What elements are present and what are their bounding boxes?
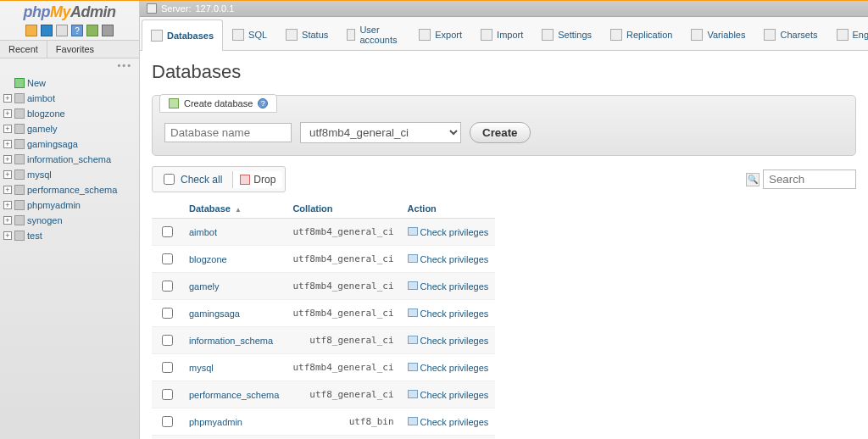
tree-db-item[interactable]: +synogen: [3, 213, 139, 228]
header-database[interactable]: Database ▲: [182, 199, 286, 219]
check-privileges-link[interactable]: Check privileges: [420, 336, 489, 346]
database-icon: [14, 154, 25, 164]
check-privileges-link[interactable]: Check privileges: [420, 227, 489, 237]
settings-icon[interactable]: [102, 25, 114, 36]
row-db-name[interactable]: mysql: [182, 354, 286, 381]
expand-icon[interactable]: +: [3, 201, 12, 209]
row-db-name[interactable]: information_schema: [182, 327, 286, 354]
tab-label: SQL: [248, 30, 267, 40]
tree-db-item[interactable]: +mysql: [3, 167, 139, 182]
header-collation[interactable]: Collation: [286, 199, 400, 219]
database-icon: [14, 215, 25, 225]
check-all-checkbox[interactable]: [164, 174, 175, 185]
check-privileges-link[interactable]: Check privileges: [420, 417, 489, 427]
tab-export[interactable]: Export: [409, 19, 471, 50]
check-all-group: Check all Drop: [152, 166, 286, 192]
db-icon: [151, 30, 163, 42]
home-icon[interactable]: [25, 25, 37, 36]
check-all-label[interactable]: Check all: [155, 169, 227, 190]
tree-new-db[interactable]: New: [3, 75, 139, 91]
row-db-name[interactable]: gamingsaga: [182, 300, 286, 327]
expand-icon[interactable]: +: [3, 216, 12, 225]
expand-icon[interactable]: +: [3, 109, 12, 118]
tree-db-item[interactable]: +aimbot: [3, 91, 139, 106]
tree-db-item[interactable]: +phpmyadmin: [3, 197, 139, 213]
row-checkbox[interactable]: [162, 281, 173, 292]
pma-logo[interactable]: php My Admin: [0, 0, 139, 21]
check-privileges-link[interactable]: Check privileges: [420, 390, 489, 400]
logout-icon[interactable]: [41, 25, 53, 36]
tab-status[interactable]: Status: [276, 19, 337, 50]
search-input[interactable]: [763, 169, 856, 189]
row-checkbox[interactable]: [162, 389, 173, 400]
tree-db-label: performance_schema: [27, 184, 117, 196]
tree-db-item[interactable]: +blogzone: [3, 106, 139, 121]
top-accent-bar: [0, 0, 868, 1]
tree-db-item[interactable]: +gamingsaga: [3, 136, 139, 152]
reload-icon[interactable]: [86, 25, 98, 36]
row-db-name[interactable]: synogen: [182, 436, 286, 440]
tab-replication[interactable]: Replication: [601, 19, 682, 50]
expand-icon[interactable]: +: [3, 170, 12, 179]
tree-db-item[interactable]: +test: [3, 228, 139, 243]
server-breadcrumb[interactable]: Server: 127.0.0.1: [140, 0, 868, 17]
tree-db-label: synogen: [27, 214, 63, 226]
new-db-icon: [14, 78, 25, 88]
expand-icon[interactable]: +: [3, 186, 12, 194]
check-privileges-link[interactable]: Check privileges: [420, 363, 489, 373]
check-privileges-link[interactable]: Check privileges: [420, 254, 489, 264]
expand-icon[interactable]: +: [3, 140, 12, 148]
tab-charsets[interactable]: Charsets: [754, 19, 826, 50]
database-name-input[interactable]: [164, 123, 292, 142]
table-row: gamelyutf8mb4_general_ciCheck privileges: [152, 273, 495, 300]
tab-import[interactable]: Import: [471, 19, 532, 50]
tree-db-label: aimbot: [27, 92, 55, 104]
collation-select[interactable]: utf8mb4_general_ci: [300, 122, 461, 143]
tree-db-item[interactable]: +gamely: [3, 121, 139, 136]
privileges-icon: [408, 254, 418, 263]
tree-db-label: gamingsaga: [27, 138, 78, 150]
help-icon[interactable]: ?: [71, 25, 83, 36]
sidebar-tab-favorites[interactable]: Favorites: [47, 41, 103, 58]
row-db-name[interactable]: gamely: [182, 273, 286, 300]
tab-settings[interactable]: Settings: [532, 19, 601, 50]
check-privileges-link[interactable]: Check privileges: [420, 308, 489, 319]
row-db-name[interactable]: phpmyadmin: [182, 408, 286, 436]
expand-icon[interactable]: +: [3, 155, 12, 164]
drop-label: Drop: [253, 174, 275, 186]
row-action: Check privileges: [401, 354, 496, 381]
row-checkbox[interactable]: [162, 335, 173, 346]
sidebar-collapse-icon[interactable]: •••: [0, 58, 139, 72]
row-action: Check privileges: [401, 219, 496, 246]
tab-user-accounts[interactable]: User accounts: [337, 19, 409, 50]
row-checkbox[interactable]: [162, 253, 173, 264]
sidebar-tab-recent[interactable]: Recent: [0, 41, 47, 58]
create-button[interactable]: Create: [470, 122, 531, 143]
row-checkbox[interactable]: [162, 416, 173, 427]
row-db-name[interactable]: blogzone: [182, 246, 286, 273]
docs-icon[interactable]: [56, 25, 68, 36]
tab-label: Databases: [167, 31, 214, 41]
tab-sql[interactable]: SQL: [223, 19, 276, 50]
tab-databases[interactable]: Databases: [142, 19, 223, 51]
tab-variables[interactable]: Variables: [682, 19, 754, 50]
table-row: blogzoneutf8mb4_general_ciCheck privileg…: [152, 246, 495, 273]
row-checkbox[interactable]: [162, 362, 173, 373]
drop-button[interactable]: Drop: [232, 171, 282, 188]
tree-db-item[interactable]: +performance_schema: [3, 182, 139, 197]
check-privileges-link[interactable]: Check privileges: [420, 281, 489, 292]
expand-icon[interactable]: +: [3, 125, 12, 133]
expand-icon[interactable]: +: [3, 231, 12, 240]
row-db-name[interactable]: aimbot: [182, 219, 286, 246]
tab-engines[interactable]: Engines: [827, 19, 868, 50]
tree-db-label: information_schema: [27, 153, 111, 165]
row-checkbox[interactable]: [162, 226, 173, 237]
create-database-legend: Create database ?: [159, 94, 277, 113]
expand-icon[interactable]: +: [3, 94, 12, 103]
privileges-icon: [408, 417, 418, 425]
help-icon[interactable]: ?: [258, 98, 268, 108]
row-checkbox[interactable]: [162, 308, 173, 319]
tree-db-item[interactable]: +information_schema: [3, 152, 139, 167]
search-icon[interactable]: 🔍: [746, 173, 760, 186]
row-db-name[interactable]: performance_schema: [182, 381, 286, 408]
